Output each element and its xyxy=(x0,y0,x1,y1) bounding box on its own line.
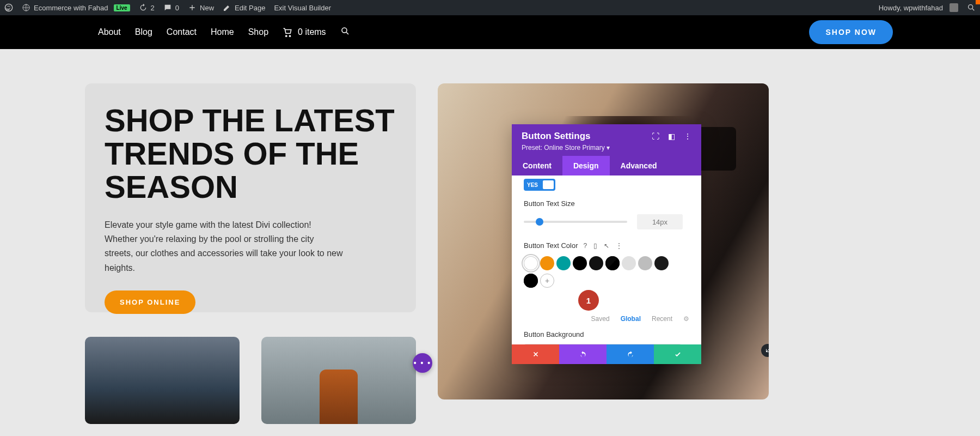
nav-shop[interactable]: Shop xyxy=(248,27,268,37)
wp-logo[interactable] xyxy=(0,0,17,15)
comments-link[interactable]: 0 xyxy=(159,0,183,15)
color-swatch[interactable] xyxy=(540,256,554,270)
add-color-swatch[interactable]: + xyxy=(540,274,554,288)
hover-icon[interactable]: ↖ xyxy=(604,242,609,250)
color-swatch[interactable] xyxy=(573,256,587,270)
annotation-marker-1: 1 xyxy=(578,290,599,311)
site-header: About Blog Contact Home Shop 0 items SHO… xyxy=(0,15,849,49)
color-swatch[interactable] xyxy=(556,256,571,270)
edit-page-link[interactable]: Edit Page xyxy=(218,0,270,15)
color-swatch[interactable] xyxy=(589,256,603,270)
color-swatch[interactable] xyxy=(605,256,620,270)
more-icon[interactable]: ⋮ xyxy=(684,132,691,141)
tab-content[interactable]: Content xyxy=(512,156,562,175)
nav-home[interactable]: Home xyxy=(211,27,234,37)
product-card-1[interactable] xyxy=(85,337,240,380)
color-swatch[interactable] xyxy=(654,256,669,270)
palette-recent[interactable]: Recent xyxy=(652,315,672,323)
text-size-label: Button Text Size xyxy=(524,199,689,208)
preset-selector[interactable]: Preset: Online Store Primary ▾ xyxy=(522,144,691,152)
responsive-icon[interactable]: ▯ xyxy=(593,242,597,250)
new-content-link[interactable]: New xyxy=(183,0,218,15)
product-card-2[interactable] xyxy=(261,337,416,380)
new-label: New xyxy=(200,4,214,12)
settings-footer xyxy=(512,344,701,364)
revisions-count: 2 xyxy=(151,4,155,12)
live-badge: Live xyxy=(114,4,130,11)
color-palette-tabs: Saved Global Recent ⚙ xyxy=(524,315,689,323)
palette-global[interactable]: Global xyxy=(621,315,641,323)
shop-now-button[interactable]: SHOP NOW xyxy=(809,20,849,44)
settings-title: Button Settings xyxy=(522,131,591,142)
tab-advanced[interactable]: Advanced xyxy=(610,156,668,175)
bg-type-segments xyxy=(524,344,682,344)
redo-button[interactable] xyxy=(607,344,654,364)
expand-icon[interactable]: ⛶ xyxy=(652,132,659,141)
snap-icon[interactable]: ◧ xyxy=(668,132,675,141)
button-bg-label: Button Background xyxy=(524,330,689,338)
svg-point-3 xyxy=(342,28,347,33)
color-swatch[interactable] xyxy=(524,274,538,288)
palette-settings-icon[interactable]: ⚙ xyxy=(683,315,689,323)
settings-header[interactable]: Button Settings ⛶ ◧ ⋮ Preset: Online Sto… xyxy=(512,124,701,156)
color-swatch[interactable] xyxy=(638,256,652,270)
nav-about[interactable]: About xyxy=(98,27,121,37)
nav-search-icon[interactable] xyxy=(340,26,350,38)
help-icon[interactable]: ? xyxy=(583,242,587,250)
exit-builder-label: Exit Visual Builder xyxy=(274,4,331,12)
page-body: SHOP THE LATEST TRENDS OF THE SEASON Ele… xyxy=(0,49,849,380)
revisions-link[interactable]: 2 xyxy=(134,0,159,15)
nav-blog[interactable]: Blog xyxy=(135,27,152,37)
color-swatches xyxy=(524,256,689,270)
button-settings-panel: Button Settings ⛶ ◧ ⋮ Preset: Online Sto… xyxy=(512,124,701,364)
palette-saved[interactable]: Saved xyxy=(591,315,610,323)
site-name-link[interactable]: Ecommerce with Fahad Live xyxy=(17,0,134,15)
wp-admin-bar: Ecommerce with Fahad Live 2 0 New Edit P… xyxy=(0,0,849,15)
edit-page-label: Edit Page xyxy=(235,4,265,12)
text-size-input[interactable]: 14px xyxy=(637,214,683,229)
slider-thumb[interactable] xyxy=(536,218,543,226)
save-button[interactable] xyxy=(654,344,701,364)
settings-body: YES Button Text Size 14px Button Text Co… xyxy=(512,175,701,344)
color-swatch[interactable] xyxy=(524,256,538,270)
hero-body: Elevate your style game with the latest … xyxy=(105,218,344,276)
cancel-button[interactable] xyxy=(512,344,559,364)
field-more-icon[interactable]: ⋮ xyxy=(616,242,622,250)
settings-tabs: Content Design Advanced xyxy=(512,156,701,175)
divi-fab-icon[interactable]: • • • xyxy=(413,353,432,373)
exit-visual-builder[interactable]: Exit Visual Builder xyxy=(270,0,335,15)
toggle-yes-label: YES xyxy=(527,182,538,188)
color-swatches-row2: + xyxy=(524,274,689,288)
color-swatch[interactable] xyxy=(622,256,636,270)
text-size-slider[interactable] xyxy=(524,221,627,223)
text-color-label: Button Text Color ? ▯ ↖ ⋮ xyxy=(524,241,689,250)
comments-count: 0 xyxy=(175,4,179,12)
cart-items-text: 0 items xyxy=(298,27,326,37)
tab-design[interactable]: Design xyxy=(562,156,610,175)
shop-online-button[interactable]: SHOP ONLINE xyxy=(105,290,195,314)
nav-menu: About Blog Contact Home Shop 0 items xyxy=(98,26,350,38)
hero-text-card: SHOP THE LATEST TRENDS OF THE SEASON Ele… xyxy=(85,83,416,312)
custom-style-toggle[interactable]: YES xyxy=(524,179,555,191)
nav-contact[interactable]: Contact xyxy=(167,27,197,37)
site-name-text: Ecommerce with Fahad xyxy=(34,4,108,12)
hero-headline: SHOP THE LATEST TRENDS OF THE SEASON xyxy=(105,104,396,204)
undo-button[interactable] xyxy=(559,344,607,364)
nav-cart[interactable]: 0 items xyxy=(283,27,326,37)
resize-handle-icon[interactable] xyxy=(761,344,769,357)
